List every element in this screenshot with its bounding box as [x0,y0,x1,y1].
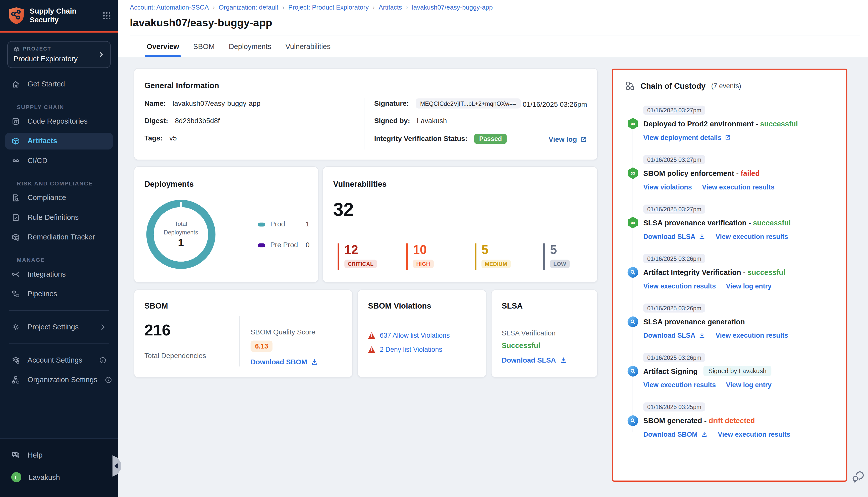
infinity-icon [11,156,20,165]
slsa-verification-label: SLSA Verification [502,329,556,337]
vertical-divider [240,316,240,366]
box-icon [11,136,20,145]
event-link-view-execution-results[interactable]: View execution results [715,332,788,339]
event-link-view-log-entry[interactable]: View log entry [726,381,771,389]
event-link-text: View log entry [726,282,771,290]
sidebar-item-pipelines[interactable]: Pipelines [5,285,113,302]
event-link-text: View execution results [643,381,716,389]
warning-icon [368,332,375,339]
download-slsa-link[interactable]: Download SLSA [502,356,567,364]
breadcrumb-link[interactable]: Account: Automation-SSCA [130,4,209,11]
total-dependencies-label: Total Dependencies [144,352,206,359]
event-timestamp: 01/16/2025 03:26pm [643,353,705,362]
title-divider [130,35,860,36]
event-link-text: View log entry [726,381,771,389]
severity-count: 5 [481,244,543,256]
severity-badge: MEDIUM [481,259,511,268]
event-link-text: View execution results [715,233,788,240]
breadcrumb-link[interactable]: Project: Product Exploratory [288,4,369,11]
sidebar-item-compliance[interactable]: Compliance [5,189,113,206]
event-title-row: SLSA provenance generation [643,316,838,327]
severity-badge: CRITICAL [344,259,377,268]
tab-vulnerabilities[interactable]: Vulnerabilities [285,36,331,57]
legend-value: 0 [306,241,310,249]
avatar: L [11,472,21,482]
event-link-download-sbom[interactable]: Download SBOM [643,430,708,438]
scan-step-icon [628,267,638,278]
tab-sbom[interactable]: SBOM [193,36,215,57]
event-title: Artifact Integrity Verification - [643,268,748,276]
sidebar-footer: Help L Lavakush [0,438,118,497]
event-status: successful [748,268,785,276]
signature-value: MEQCICde2VjIT...bL+2+mqnOXw== [416,98,521,108]
event-title-row: ∞Deployed to Prod2 environment - success… [643,118,838,129]
event-link-view-log-entry[interactable]: View log entry [726,282,771,290]
severity-count: 12 [344,244,406,256]
event-link-view-execution-results[interactable]: View execution results [702,183,775,191]
event-link-view-execution-results[interactable]: View execution results [718,430,791,438]
slsa-title: SLSA [502,301,523,310]
sidebar-item-help[interactable]: Help [5,446,113,463]
breadcrumb-link[interactable]: lavakush07/easy-buggy-app [412,4,493,11]
total-deployments-value: 1 [178,237,184,249]
event-link-text: Download SLSA [643,332,695,339]
event-link-text: View violations [643,183,692,191]
external-link-icon [580,136,587,143]
sidebar-item-account-settings[interactable]: Account Settings [5,352,113,368]
chain-of-custody-header: Chain of Custody (7 events) [625,81,741,90]
event-link-view-violations[interactable]: View violations [643,183,692,191]
main-content: General Information Name:lavakush07/easy… [118,57,868,497]
violation-link[interactable]: 2 Deny list Violations [368,346,450,354]
event-link-download-slsa[interactable]: Download SLSA [643,332,706,339]
deployments-legend: Prod1Pre Prod0 [258,221,310,262]
breadcrumb-link[interactable]: Organization: default [219,4,278,11]
sidebar-item-project-settings[interactable]: Project Settings [5,318,113,335]
sidebar-item-ci-cd[interactable]: CI/CD [5,152,113,169]
user-menu[interactable]: L Lavakush [5,469,113,486]
download-icon [560,357,567,364]
event-link-view-deployment-details[interactable]: View deployment details [643,134,732,141]
chain-of-custody-event-count: (7 events) [711,82,741,89]
sidebar-item-organization-settings[interactable]: Organization Settings [5,371,113,388]
event-link-view-execution-results[interactable]: View execution results [643,282,716,290]
total-dependencies-value: 216 [144,322,171,340]
tab-deployments[interactable]: Deployments [229,36,272,57]
sidebar-item-artifacts[interactable]: Artifacts [5,132,113,149]
legend-label: Prod [270,221,285,228]
pipeline-step-icon: ∞ [628,118,638,130]
severity-medium: 5MEDIUM [475,243,543,270]
app-launcher-grid-icon[interactable] [102,11,111,20]
event-link-view-execution-results[interactable]: View execution results [643,381,716,389]
feedback-chat-icon[interactable] [851,470,865,483]
violation-link[interactable]: 637 Allow list Violations [368,332,450,339]
vertical-divider [365,98,365,150]
view-log-link[interactable]: View log [549,136,587,143]
scan-step-icon [628,415,638,426]
tab-overview[interactable]: Overview [147,36,179,57]
pipeline-step-icon: ∞ [628,217,638,228]
sidebar-item-code-repositories[interactable]: Code Repositories [5,113,113,129]
download-icon [699,233,706,240]
event-title-row: ∞SBOM policy enforcement - failed [643,168,838,179]
gear-icon [11,322,20,331]
scan-step-icon [628,366,638,377]
sidebar-item-get-started[interactable]: Get Started [5,76,113,93]
event-link-view-execution-results[interactable]: View execution results [715,233,788,240]
sidebar-item-integrations[interactable]: Integrations [5,266,113,282]
general-information-card: General Information Name:lavakush07/easy… [134,68,598,160]
sbom-card: SBOM 216 Total Dependencies SBOM Quality… [134,289,353,378]
sidebar-divider [9,343,109,344]
project-selector-label: PROJECT [23,46,51,52]
project-selector[interactable]: PROJECT Product Exploratory [7,41,111,68]
vulnerabilities-title: Vulnerabilities [333,180,387,188]
download-sbom-link[interactable]: Download SBOM [251,358,318,366]
event-link-download-slsa[interactable]: Download SLSA [643,233,706,240]
custody-event: 01/16/2025 03:27pm∞SBOM policy enforceme… [628,154,838,191]
sidebar-item-rule-definitions[interactable]: Rule Definitions [5,209,113,226]
signature-label: Signature: [374,99,409,107]
sbom-title: SBOM [144,301,168,310]
deployments-card: Deployments Total Deployments 1 Prod1Pre… [134,166,318,283]
sidebar-item-remediation-tracker[interactable]: Remediation Tracker [5,228,113,245]
event-timestamp: 01/16/2025 03:27pm [643,106,705,115]
breadcrumb-link[interactable]: Artifacts [379,4,402,11]
